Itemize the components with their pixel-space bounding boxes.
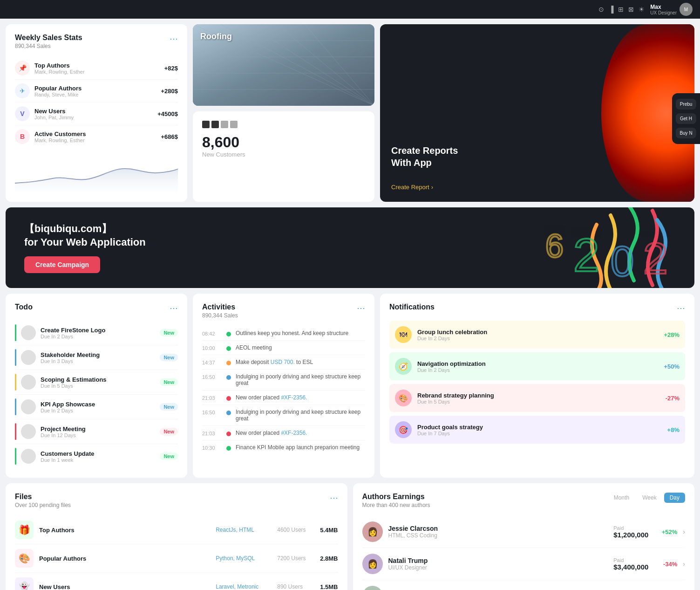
- author-name-1: Natali Trump: [388, 557, 608, 564]
- bar-icon[interactable]: ▐: [609, 6, 613, 13]
- todo-title: Todo: [15, 303, 33, 311]
- brightness-icon[interactable]: ☀: [639, 6, 645, 13]
- todo-item-4: Project Meeting Due In 12 Days New: [15, 419, 178, 444]
- todo-color-3: [15, 398, 16, 415]
- file-name-0: Top Authors: [39, 527, 210, 534]
- file-tags-1: Python, MySQL: [216, 555, 272, 562]
- notif-due-1: Due In 2 Days: [417, 367, 658, 373]
- todo-name-2: Scoping & Estimations: [41, 376, 155, 383]
- file-tags-0: ReactJs, HTML: [216, 527, 272, 533]
- roofing-title: Roofing: [200, 32, 232, 41]
- avatar[interactable]: M: [680, 3, 693, 16]
- todo-badge-5: New: [160, 453, 178, 460]
- author-chevron-1[interactable]: ›: [683, 560, 685, 568]
- create-campaign-button[interactable]: Create Campaign: [24, 256, 100, 273]
- tab-week[interactable]: Week: [637, 493, 662, 503]
- main-content: Weekly Sales Stats 890,344 Sales ⋯ 📌 Top…: [0, 19, 700, 590]
- ae-tabs: Month Week Day: [608, 493, 685, 503]
- todo-avatar-3: [21, 399, 36, 414]
- activity-link-4[interactable]: #XF-2356.: [281, 394, 307, 401]
- file-users-1: 7200 Users: [277, 555, 314, 562]
- todo-avatar-4: [21, 424, 36, 439]
- svg-text:2: 2: [573, 229, 599, 281]
- todo-badge-2: New: [160, 378, 178, 386]
- author-amount-1: $3,400,000: [613, 563, 648, 571]
- nc-icon-dark2: [211, 121, 219, 128]
- activity-5: 16:50 Indulging in poorly driving and ke…: [202, 405, 365, 426]
- activity-link-6[interactable]: #XF-2356.: [281, 430, 307, 436]
- tab-month[interactable]: Month: [608, 493, 635, 503]
- notifications-menu[interactable]: ⋯: [677, 303, 685, 313]
- notif-icon-1: 🧭: [395, 358, 412, 375]
- activity-link-2[interactable]: USD 700.: [271, 359, 295, 365]
- nc-icon-light2: [230, 121, 238, 128]
- campaign-decoration: 2 0 2 6: [536, 207, 676, 288]
- nav-icons: ⊙ ▐ ⊞ ⊠ ☀: [598, 6, 645, 13]
- cr-title: Create ReportsWith App: [391, 144, 458, 169]
- author-role-0: HTML, CSS Coding: [388, 532, 608, 539]
- author-2: 👨 Kevin Leonard Art Director Paid $35,60…: [362, 580, 686, 590]
- todo-due-4: Due In 12 Days: [41, 432, 155, 438]
- grid-icon[interactable]: ⊞: [618, 6, 624, 13]
- weekly-sales-card: Weekly Sales Stats 890,344 Sales ⋯ 📌 Top…: [6, 24, 187, 202]
- activity-dot-2: [226, 361, 231, 365]
- file-0: 🎁 Top Authors ReactJs, HTML 4600 Users 5…: [15, 516, 338, 544]
- todo-due-5: Due In 1 week: [41, 457, 155, 463]
- notif-name-2: Rebrand strategy planning: [417, 392, 660, 399]
- svg-text:0: 0: [611, 238, 634, 285]
- author-chevron-0[interactable]: ›: [683, 528, 685, 535]
- notif-0: 🍽 Group lunch celebration Due In 2 Days …: [389, 321, 685, 349]
- row-4: Files Over 100 pending files ⋯ 🎁 Top Aut…: [6, 483, 694, 590]
- notif-icon-2: 🎨: [395, 390, 412, 406]
- notification-list: 🍽 Group lunch celebration Due In 2 Days …: [389, 321, 685, 444]
- top-authors-icon: 📌: [15, 61, 30, 75]
- notif-due-0: Due In 2 Days: [417, 336, 658, 341]
- svg-text:2: 2: [643, 233, 668, 283]
- todo-list: Create FireStone Logo Due In 2 Days New …: [15, 321, 178, 468]
- todo-item-3: KPI App Showcase Due In 2 Days New: [15, 395, 178, 419]
- weekly-sales-title: Weekly Sales Stats: [15, 34, 82, 42]
- stat-name-2: New Users: [34, 108, 153, 115]
- todo-item-0: Create FireStone Logo Due In 2 Days New: [15, 321, 178, 345]
- todo-color-2: [15, 374, 16, 391]
- author-change-1: -34%: [654, 561, 677, 568]
- files-menu[interactable]: ⋯: [330, 493, 338, 503]
- sidebar-item-prebu[interactable]: Prebu: [676, 99, 696, 110]
- user-name: Max: [650, 4, 677, 10]
- file-icon-0: 🎁: [15, 521, 34, 539]
- activity-dot-4: [226, 396, 231, 401]
- notif-1: 🧭 Navigation optimization Due In 2 Days …: [389, 352, 685, 380]
- search-icon[interactable]: ⊙: [598, 6, 604, 13]
- file-tags-2: Laravel, Metronic: [216, 583, 272, 590]
- stat-top-authors: 📌 Top Authors Mark, Rowling, Esther +82$: [15, 57, 178, 80]
- activity-3: 16:50 Indulging in poorly driving and ke…: [202, 370, 365, 391]
- todo-badge-0: New: [160, 329, 178, 336]
- stat-value-2: +4500$: [157, 110, 178, 117]
- cr-link[interactable]: Create Report ›: [391, 184, 458, 191]
- activity-1: 10:00 AEOL meeting: [202, 341, 365, 355]
- settings-icon[interactable]: ⊠: [628, 6, 634, 13]
- notifications-card: Notifications ⋯ 🍽 Group lunch celebratio…: [380, 294, 694, 478]
- cb-text: 【biqubiqu.com】for Your Web Application C…: [24, 222, 146, 273]
- stat-popular-authors: ✈ Popular Authors Randy, Steve, Mike +28…: [15, 80, 178, 103]
- activities-menu[interactable]: ⋯: [357, 303, 365, 313]
- top-navigation: ⊙ ▐ ⊞ ⊠ ☀ Max UX Designer M: [0, 0, 700, 19]
- todo-color-0: [15, 324, 16, 341]
- ae-header: Authors Earnings More than 400 new autho…: [362, 493, 686, 508]
- sidebar-item-geth[interactable]: Get H: [676, 113, 696, 124]
- create-reports-card: Create ReportsWith App Create Report ›: [380, 24, 694, 202]
- weekly-sales-menu[interactable]: ⋯: [170, 34, 178, 44]
- roofing-card: Roofing: [193, 24, 374, 106]
- stat-list: 📌 Top Authors Mark, Rowling, Esther +82$…: [15, 57, 178, 148]
- sidebar-item-buyn[interactable]: Buy N: [676, 128, 696, 138]
- nc-icon-dark: [202, 121, 210, 128]
- todo-due-3: Due In 2 Days: [41, 408, 155, 413]
- activity-dot-5: [226, 411, 231, 415]
- campaign-banner: 【biqubiqu.com】for Your Web Application C…: [6, 207, 694, 288]
- notif-value-3: +8%: [667, 426, 680, 433]
- todo-name-3: KPI App Showcase: [41, 401, 155, 408]
- tab-day[interactable]: Day: [664, 493, 685, 503]
- todo-menu[interactable]: ⋯: [170, 303, 178, 313]
- file-icon-1: 🎨: [15, 549, 34, 568]
- todo-item-1: Stakeholder Meeting Due In 3 Days New: [15, 345, 178, 370]
